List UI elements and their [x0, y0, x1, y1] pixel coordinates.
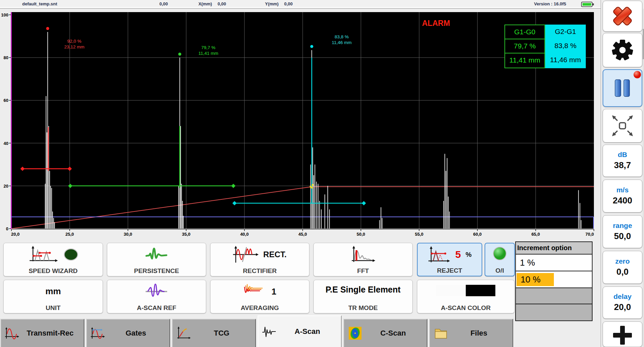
file-name: default_temp.snt [22, 1, 57, 6]
zero-button[interactable]: zero 0,0 [603, 251, 642, 284]
zero-value: 0,0 [616, 266, 629, 278]
top-status-bar: default_temp.snt 0,00 X(mm) 0,00 Y(mm) 0… [0, 0, 601, 9]
tab-transmit-rec[interactable]: Transmit-Rec [0, 319, 84, 347]
record-indicator-icon [634, 71, 641, 78]
svg-text:30,0: 30,0 [124, 232, 132, 237]
gain-label: dB [618, 150, 627, 159]
tab-files[interactable]: Files [429, 319, 513, 347]
ascan-color-swatch-trace [466, 285, 495, 296]
plus-icon [603, 322, 642, 346]
averaging-icon [243, 283, 267, 300]
unit-value: mm [45, 286, 61, 297]
speed-wizard-button[interactable]: SPEED WIZARD [3, 243, 103, 276]
x-coordinate-value: 0,00 [218, 1, 226, 6]
delay-label: delay [613, 292, 632, 301]
reject-button[interactable]: 5 % REJECT [417, 243, 482, 276]
gain-value: 38,7 [614, 159, 631, 171]
gate2-amplitude: 83,8 % [545, 39, 585, 53]
increment-option-empty[interactable] [516, 288, 592, 304]
crossing-marker [312, 184, 313, 186]
add-parameter-button[interactable] [603, 321, 642, 347]
ascan-color-button[interactable]: A-SCAN COLOR [417, 280, 515, 313]
battery-icon [581, 1, 595, 7]
svg-text:40,0: 40,0 [240, 232, 249, 237]
peak-marker [46, 27, 49, 30]
output-toggle-button[interactable]: O/I [485, 243, 515, 276]
svg-text:80: 80 [4, 55, 8, 60]
tcg-icon [176, 326, 191, 341]
increment-option-empty[interactable] [516, 304, 592, 320]
gain-button[interactable]: dB 38,7 [603, 145, 642, 177]
scrollbar-thumb[interactable] [643, 29, 644, 59]
reject-value: 5 [455, 249, 461, 260]
tr-mode-value: P.E Single Element [326, 285, 401, 295]
tab-c-scan[interactable]: C-Scan [343, 319, 427, 347]
rectifier-button[interactable]: RECT. RECTIFIER [210, 243, 309, 276]
power-indicator-icon [492, 246, 507, 261]
rectifier-label: RECTIFIER [243, 268, 276, 274]
range-value: 50,0 [614, 230, 631, 242]
svg-text:60,0: 60,0 [473, 232, 482, 237]
svg-text:100: 100 [1, 12, 8, 17]
tab-a-scan[interactable]: A-Scan [258, 315, 342, 347]
sidebar-scrollbar[interactable] [643, 9, 644, 347]
speed-wizard-icon [28, 246, 59, 263]
ascan-ref-button[interactable]: A-SCAN REF [107, 280, 206, 313]
sidebar: dB 38,7 m/s 2400 range 50,0 zero 0,0 del… [601, 0, 644, 347]
close-button[interactable] [603, 1, 642, 32]
pause-icon [603, 70, 642, 106]
velocity-value: 2400 [613, 194, 632, 206]
ascan-ref-label: A-SCAN REF [137, 305, 176, 311]
app-window: default_temp.snt 0,00 X(mm) 0,00 Y(mm) 0… [0, 0, 644, 347]
settings-button[interactable] [603, 33, 642, 67]
expand-icon [603, 110, 642, 142]
reject-unit: % [465, 251, 471, 259]
mode-tab-bar: Transmit-Rec Gates [0, 317, 601, 347]
x-coordinate-label: X(mm) [198, 1, 212, 6]
increment-option-10pct[interactable]: 10 % [516, 271, 592, 288]
control-button-grid: SPEED WIZARD PERSISTENCE RECT. [0, 239, 601, 317]
increment-option-1pct[interactable]: 1 % [516, 255, 592, 271]
svg-text:55,0: 55,0 [415, 232, 423, 237]
velocity-label: m/s [616, 185, 629, 194]
tr-mode-button[interactable]: P.E Single Element TR MODE [313, 280, 413, 313]
fullscreen-button[interactable] [603, 109, 642, 143]
tab-gates[interactable]: Gates [86, 319, 170, 347]
ascan-color-label: A-SCAN COLOR [441, 305, 491, 311]
gate1-amplitude: 79,7 % [505, 39, 544, 53]
reject-label: REJECT [437, 267, 462, 274]
gear-icon [603, 34, 642, 67]
svg-text:20,0: 20,0 [11, 232, 20, 237]
c-scan-icon [347, 326, 363, 341]
gate1-header: G1-G0 [505, 25, 544, 39]
tab-tcg[interactable]: TCG [172, 319, 256, 347]
velocity-button[interactable]: m/s 2400 [603, 180, 642, 213]
unit-label: UNIT [46, 305, 61, 311]
ascan-plot-area[interactable]: 92,0 %23,12 mm79,7 %11,41 mm83,8 %11,46 … [0, 9, 601, 239]
gate1-measurement-column: G1-G0 79,7 % 11,41 mm [504, 25, 545, 68]
transmit-rec-icon [4, 326, 20, 341]
unit-button[interactable]: mm UNIT [3, 280, 103, 313]
averaging-value: 1 [271, 286, 276, 297]
averaging-button[interactable]: 1 AVERAGING [210, 280, 309, 313]
svg-text:25,0: 25,0 [66, 232, 74, 237]
delay-value: 20,0 [614, 301, 631, 313]
a-scan-icon [262, 324, 277, 339]
rectifier-icon [233, 246, 259, 263]
range-button[interactable]: range 50,0 [603, 215, 642, 248]
pause-acquisition-button[interactable] [603, 69, 642, 107]
fft-button[interactable]: FFT [313, 243, 413, 276]
increment-option-title: Increment option [516, 242, 592, 255]
persistence-button[interactable]: PERSISTENCE [107, 243, 206, 276]
gate-measurement-table: G1-G0 79,7 % 11,41 mm G2-G1 83,8 % 11,46… [504, 25, 586, 68]
cursor-value: 0,00 [159, 1, 168, 6]
svg-text:0: 0 [6, 226, 8, 231]
close-icon [603, 1, 642, 31]
delay-button[interactable]: delay 20,0 [603, 286, 642, 319]
gate2-header: G2-G1 [545, 25, 585, 39]
alarm-indicator: ALARM [422, 19, 450, 28]
rectifier-value: RECT. [263, 250, 287, 259]
speed-wizard-indicator [63, 248, 79, 261]
gates-icon [90, 326, 106, 341]
files-icon [433, 326, 449, 341]
